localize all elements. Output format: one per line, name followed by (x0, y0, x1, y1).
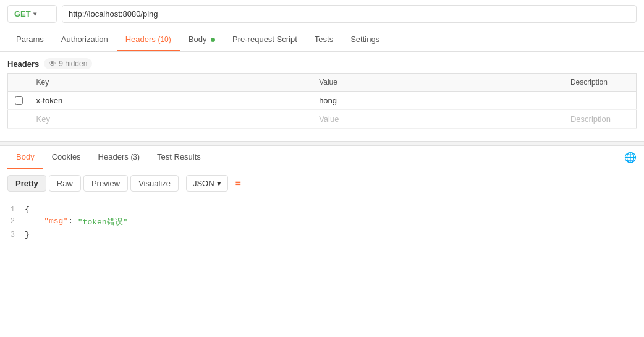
response-tabs: Body Cookies Headers (3) Test Results 🌐 (0, 146, 644, 169)
col-header-check (8, 74, 30, 92)
table-empty-row: Key Value Description (8, 110, 637, 129)
body-dot (211, 38, 215, 42)
code-line-1: 1 { (0, 203, 644, 215)
tab-body[interactable]: Body (180, 28, 224, 51)
row-description[interactable] (564, 92, 637, 110)
request-tabs: Params Authorization Headers (10) Body P… (0, 28, 644, 52)
empty-desc[interactable]: Description (564, 110, 637, 129)
tab-pre-request-script[interactable]: Pre-request Script (224, 28, 306, 51)
tab-authorization[interactable]: Authorization (53, 28, 117, 51)
format-select-label: JSON (193, 179, 214, 188)
empty-value[interactable]: Value (313, 110, 564, 129)
format-btn-visualize[interactable]: Visualize (130, 175, 179, 192)
line-number-2: 2 (0, 216, 25, 226)
headers-label-row: Headers 👁 9 hidden (7, 58, 637, 69)
row-key[interactable]: x-token (30, 92, 313, 110)
response-tab-body[interactable]: Body (7, 146, 43, 169)
table-row: x-token hong (8, 92, 637, 110)
url-bar: GET ▾ (0, 0, 644, 28)
hidden-badge[interactable]: 👁 9 hidden (44, 58, 92, 69)
format-chevron: ▾ (217, 179, 221, 188)
code-value-msg: "token错误" (78, 216, 128, 228)
format-btn-preview[interactable]: Preview (83, 175, 128, 192)
code-line-2: 2 "msg" : "token错误" (0, 215, 644, 229)
tab-params[interactable]: Params (7, 28, 53, 51)
method-label: GET (14, 9, 31, 19)
row-value[interactable]: hong (313, 92, 564, 110)
format-btn-pretty[interactable]: Pretty (7, 175, 46, 192)
response-tab-cookies[interactable]: Cookies (43, 146, 90, 169)
code-indent (25, 216, 44, 226)
line-number-3: 3 (0, 230, 25, 239)
code-area: 1 { 2 "msg" : "token错误" 3 } (0, 197, 644, 247)
col-header-key: Key (30, 74, 313, 92)
tab-headers[interactable]: Headers (10) (117, 28, 180, 51)
wrap-button[interactable]: ≡ (231, 174, 246, 192)
headers-label: Headers (7, 59, 39, 69)
tab-tests[interactable]: Tests (306, 28, 342, 51)
code-line-3: 3 } (0, 229, 644, 241)
code-brace-close: } (25, 230, 30, 239)
headers-section: Headers 👁 9 hidden Key Value Description (0, 52, 644, 129)
response-tab-test-results[interactable]: Test Results (148, 146, 210, 169)
method-selector[interactable]: GET ▾ (7, 5, 57, 23)
col-header-desc: Description (564, 74, 637, 92)
globe-icon: 🌐 (624, 151, 637, 163)
tab-settings[interactable]: Settings (342, 28, 388, 51)
format-btn-raw[interactable]: Raw (49, 175, 81, 192)
code-key-msg: "msg" (44, 216, 68, 226)
code-colon: : (68, 216, 73, 226)
hidden-count: 9 hidden (59, 59, 87, 68)
format-select[interactable]: JSON ▾ (186, 175, 228, 192)
line-number-1: 1 (0, 205, 25, 214)
row-checkbox[interactable] (15, 96, 23, 105)
response-tab-headers[interactable]: Headers (3) (90, 146, 148, 169)
response-right: 🌐 (624, 151, 637, 163)
url-input[interactable] (62, 5, 637, 23)
eye-icon: 👁 (49, 59, 56, 68)
method-chevron: ▾ (33, 11, 36, 17)
code-brace-open: { (25, 205, 30, 214)
empty-key[interactable]: Key (30, 110, 313, 129)
col-header-value: Value (313, 74, 564, 92)
format-toolbar: Pretty Raw Preview Visualize JSON ▾ ≡ (0, 169, 644, 197)
headers-table: Key Value Description x-token hong Key V… (7, 73, 637, 129)
section-divider (0, 141, 644, 146)
